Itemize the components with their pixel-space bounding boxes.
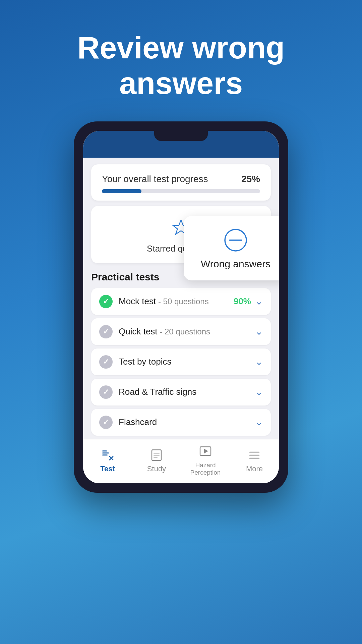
progress-bar-bg — [102, 189, 260, 193]
test-icon — [100, 448, 115, 463]
wrong-answers-label: Wrong answers — [201, 258, 270, 270]
checkmark: ✓ — [103, 358, 109, 366]
check-circle-gray: ✓ — [99, 355, 113, 369]
mock-test-percent: 90% — [234, 296, 251, 307]
svg-marker-12 — [204, 449, 208, 453]
chevron-down-icon: ⌄ — [255, 386, 263, 397]
nav-label-test: Test — [100, 465, 115, 473]
chevron-down-icon: ⌄ — [255, 296, 263, 307]
flashcard-text: Flashcard — [119, 417, 157, 427]
chevron-down-icon: ⌄ — [255, 356, 263, 367]
study-icon — [149, 448, 164, 463]
nav-item-study[interactable]: Study — [132, 448, 181, 473]
progress-percent: 25% — [241, 174, 260, 184]
progress-label: Your overall test progress — [102, 174, 208, 184]
progress-card: Your overall test progress 25% — [91, 164, 271, 201]
wrong-answers-card[interactable]: Wrong answers — [184, 216, 279, 280]
road-traffic-signs-text: Road & Traffic signs — [119, 387, 196, 397]
phone-mockup: Your overall test progress 25% Starred — [74, 121, 288, 493]
checkmark: ✓ — [103, 327, 109, 336]
list-item-flashcard[interactable]: ✓ Flashcard ⌄ — [91, 409, 271, 436]
test-by-topics-text: Test by topics — [119, 357, 172, 367]
chevron-down-icon: ⌄ — [255, 417, 263, 428]
svg-rect-4 — [102, 454, 108, 455]
no-entry-icon — [224, 228, 248, 252]
hazard-perception-icon — [198, 445, 213, 460]
nav-item-hazard-perception[interactable]: HazardPerception — [181, 445, 230, 477]
nav-label-study: Study — [147, 465, 166, 473]
phone-notch — [154, 131, 208, 141]
chevron-down-icon: ⌄ — [255, 326, 263, 337]
nav-item-test[interactable]: Test — [83, 448, 132, 473]
nav-label-more: More — [246, 465, 263, 473]
checkmark: ✓ — [103, 418, 109, 427]
mock-test-text: Mock test - 50 questions — [119, 296, 209, 307]
app-content: Your overall test progress 25% Starred — [83, 164, 279, 484]
svg-rect-2 — [102, 450, 107, 451]
checkmark: ✓ — [103, 388, 109, 396]
hero-title: Review wrong answers — [0, 0, 362, 121]
bottom-nav: Test Study — [83, 439, 279, 484]
phone-screen: Your overall test progress 25% Starred — [83, 131, 279, 484]
quick-test-text: Quick test - 20 questions — [119, 326, 210, 337]
checkmark: ✓ — [103, 297, 109, 306]
svg-rect-3 — [102, 452, 109, 453]
check-circle-gray: ✓ — [99, 385, 113, 399]
check-circle-gray: ✓ — [99, 416, 113, 429]
nav-label-hazard-perception: HazardPerception — [190, 462, 221, 477]
check-circle-green: ✓ — [99, 295, 113, 308]
progress-bar-fill — [102, 189, 141, 193]
more-icon — [247, 448, 262, 463]
check-circle-gray: ✓ — [99, 325, 113, 338]
list-item-mock-test[interactable]: ✓ Mock test - 50 questions 90% ⌄ — [91, 288, 271, 315]
cards-row: Starred questions Wrong answers — [91, 206, 271, 263]
phone-frame: Your overall test progress 25% Starred — [74, 121, 288, 493]
list-item-test-by-topics[interactable]: ✓ Test by topics ⌄ — [91, 348, 271, 375]
nav-item-more[interactable]: More — [230, 448, 279, 473]
list-item-quick-test[interactable]: ✓ Quick test - 20 questions ⌄ — [91, 318, 271, 345]
list-item-road-traffic-signs[interactable]: ✓ Road & Traffic signs ⌄ — [91, 379, 271, 406]
